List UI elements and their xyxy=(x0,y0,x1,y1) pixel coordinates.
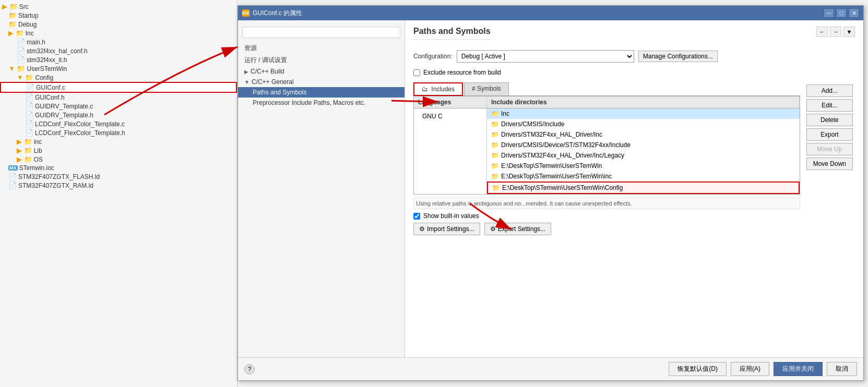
dir-item-inc[interactable]: 📁 Inc xyxy=(487,108,800,119)
tree-item-ram-ld[interactable]: 📄 STM32F407ZGTX_RAM.ld xyxy=(0,181,237,190)
tree-item-flash-ld[interactable]: 📄 STM32F407ZGTX_FLASH.ld xyxy=(0,172,237,181)
back-button[interactable]: ← xyxy=(816,27,828,37)
tree-item-it-h[interactable]: 📄 stm32f4xx_it.h xyxy=(0,55,237,64)
tree-item-guidrv-c[interactable]: 📄 GUIDRV_Template.c xyxy=(0,102,237,111)
dir-item-legacy[interactable]: 📁 Drivers/STM32F4xx_HAL_Driver/Inc/Legac… xyxy=(487,150,800,161)
file-h-icon: 📄 xyxy=(17,56,25,64)
export-settings-button[interactable]: ⚙ Export Settings... xyxy=(484,223,551,235)
dialog-controls: ─ □ ✕ xyxy=(824,8,859,18)
apply-close-button[interactable]: 应用并关闭 xyxy=(774,362,823,376)
move-down-button[interactable]: Move Down xyxy=(806,158,853,170)
dialog-content: Paths and Symbols ← → ▼ Configuration: D… xyxy=(405,20,863,357)
folder-icon: ▼ 📁 xyxy=(17,74,33,81)
tree-item-lcdconf-c[interactable]: 📄 LCDConf_FlexColor_Template.c xyxy=(0,119,237,128)
forward-button[interactable]: → xyxy=(830,27,841,37)
dir-item-cmsis[interactable]: 📁 Drivers/CMSIS/Include xyxy=(487,119,800,129)
tree-item-src[interactable]: ▶ 📁 Src xyxy=(0,2,237,11)
exclude-label: Exclude resource from build xyxy=(423,69,501,76)
file-h-icon: 📄 xyxy=(25,129,33,137)
dir-icon: 📁 xyxy=(491,162,499,170)
tree-item-inc2[interactable]: ▶ 📁 inc xyxy=(0,137,237,146)
restore-defaults-button[interactable]: 恢复默认值(D) xyxy=(669,362,727,376)
tree-item-inc[interactable]: ▶ 📁 Inc xyxy=(0,29,237,38)
tab-includes[interactable]: 🗂 Includes xyxy=(413,82,463,96)
dir-item-hal-inc[interactable]: 📁 Drivers/STM32F4xx_HAL_Driver/Inc xyxy=(487,129,800,140)
nav-buttons: ← → ▼ xyxy=(816,27,855,37)
chevron-down-icon: ▼ xyxy=(244,79,249,85)
tabs-and-table: 🗂 Includes # Symbols Languages Include d… xyxy=(413,82,855,238)
move-up-button[interactable]: Move Up xyxy=(806,143,853,155)
dialog-titlebar: IDE GUIConf.c 的属性 ─ □ ✕ xyxy=(238,6,863,20)
close-button[interactable]: ✕ xyxy=(849,8,859,18)
config-row: Configuration: Debug [ Active ] Manage C… xyxy=(413,50,855,63)
manage-configurations-button[interactable]: Manage Configurations... xyxy=(638,51,718,62)
edit-button[interactable]: Edit... xyxy=(806,99,853,112)
tree-item-mainh[interactable]: 📄 main.h xyxy=(0,38,237,46)
dir-icon: 📁 xyxy=(491,110,499,117)
dir-item-cmsis-device[interactable]: 📁 Drivers/CMSIS/Device/ST/STM32F4xx/Incl… xyxy=(487,140,800,150)
tree-item-guiconf-h[interactable]: 📄 GUIConf.h xyxy=(0,93,237,102)
tree-item-debug[interactable]: 📁 Debug xyxy=(0,20,237,29)
tree-item-config[interactable]: ▼ 📁 Config xyxy=(0,73,237,82)
apply-button[interactable]: 应用(A) xyxy=(731,362,769,376)
tree-item-stemwin-ioc[interactable]: MX STemwin.ioc xyxy=(0,164,237,172)
add-button[interactable]: Add... xyxy=(806,84,853,97)
dir-icon: 📁 xyxy=(491,141,499,149)
dir-item-config[interactable]: 📁 E:\DeskTop\STemwin\UserSTemWin\Config xyxy=(487,182,800,194)
cancel-button[interactable]: 取消 xyxy=(827,362,857,376)
dialog-body: 资源 运行 / 调试设置 ▶ C/C++ Build ▼ C/C++ Gener… xyxy=(238,20,863,357)
properties-dialog: IDE GUIConf.c 的属性 ─ □ ✕ 资源 运行 / 调试设置 ▶ C… xyxy=(237,5,864,381)
file-tree-panel: ▶ 📁 Src 📁 Startup 📁 Debug ▶ 📁 Inc 📄 main… xyxy=(0,0,237,387)
builtin-label: Show built-in values xyxy=(423,212,479,220)
folder-icon: ▶ 📁 xyxy=(17,138,32,146)
nav-item-cpp-general[interactable]: ▼ C/C++ General xyxy=(238,77,405,87)
dropdown-button[interactable]: ▼ xyxy=(843,27,855,37)
col-languages: Languages xyxy=(414,96,487,108)
content-title: Paths and Symbols xyxy=(413,27,491,40)
help-icon[interactable]: ? xyxy=(244,364,255,374)
dir-item-stemwin-inc[interactable]: 📁 E:\DeskTop\STemwin\UserSTemWin\inc xyxy=(487,171,800,182)
import-settings-button[interactable]: ⚙ Import Settings... xyxy=(413,223,480,235)
builtin-checkbox[interactable] xyxy=(413,213,420,220)
action-buttons-panel: Add... Edit... Delete Export Move Up Mov… xyxy=(804,82,855,238)
config-dropdown[interactable]: Debug [ Active ] xyxy=(457,50,634,63)
file-icon: 📄 xyxy=(8,173,17,180)
file-h-icon: 📄 xyxy=(25,93,33,101)
dialog-nav: 资源 运行 / 调试设置 ▶ C/C++ Build ▼ C/C++ Gener… xyxy=(238,20,405,357)
folder-icon: ▶ 📁 xyxy=(8,29,24,37)
tree-item-lib[interactable]: ▶ 📁 Lib xyxy=(0,146,237,155)
maximize-button[interactable]: □ xyxy=(836,8,847,18)
minimize-button[interactable]: ─ xyxy=(824,8,834,18)
tree-item-startup[interactable]: 📁 Startup xyxy=(0,11,237,20)
nav-item-cpp-build[interactable]: ▶ C/C++ Build xyxy=(238,66,405,77)
ide-icon: IDE xyxy=(242,9,249,17)
nav-item-resources[interactable]: 资源 xyxy=(238,42,405,54)
chevron-right-icon: ▶ xyxy=(244,69,248,75)
tree-item-guidrv-h[interactable]: 📄 GUIDRV_Template.h xyxy=(0,111,237,119)
folder-icon: 📁 xyxy=(8,20,17,28)
delete-button[interactable]: Delete xyxy=(806,114,853,126)
nav-search-input[interactable] xyxy=(242,27,400,38)
includes-tab-icon: 🗂 xyxy=(422,86,428,93)
tree-item-os[interactable]: ▶ 📁 OS xyxy=(0,155,237,164)
tab-symbols[interactable]: # Symbols xyxy=(464,82,509,95)
nav-item-preprocessor[interactable]: Preprocessor Include Paths, Macros etc. xyxy=(238,98,405,108)
title-left: IDE GUIConf.c 的属性 xyxy=(242,9,302,18)
nav-item-paths-symbols[interactable]: Paths and Symbols xyxy=(238,87,405,98)
note-text: Using relative paths is ambiguous and no… xyxy=(413,198,800,209)
export-button[interactable]: Export xyxy=(806,128,853,141)
nav-item-run-debug[interactable]: 运行 / 调试设置 xyxy=(238,54,405,66)
tree-item-userstemwin[interactable]: ▼ 📁 UserSTemWin xyxy=(0,64,237,73)
table-header: Languages Include directories xyxy=(414,96,800,108)
tree-item-hal-conf[interactable]: 📄 stm32f4xx_hal_conf.h xyxy=(0,46,237,55)
exclude-checkbox[interactable] xyxy=(413,69,420,76)
table-body: GNU C 📁 Inc 📁 Drivers/CMSIS/Include xyxy=(414,108,800,194)
import-icon: ⚙ xyxy=(419,225,425,233)
footer-left: ? xyxy=(244,364,255,374)
tree-item-guiconf-c[interactable]: 📄 GUIConf.c xyxy=(0,82,237,93)
tree-item-lcdconf-h[interactable]: 📄 LCDConf_FlexColor_Template.h xyxy=(0,128,237,137)
import-export-row: ⚙ Import Settings... ⚙ Export Settings..… xyxy=(413,223,800,235)
folder-icon: 📁 xyxy=(8,11,17,19)
mx-icon: MX xyxy=(8,165,18,171)
dir-item-stemwin[interactable]: 📁 E:\DeskTop\STemwin\UserSTemWin xyxy=(487,161,800,171)
